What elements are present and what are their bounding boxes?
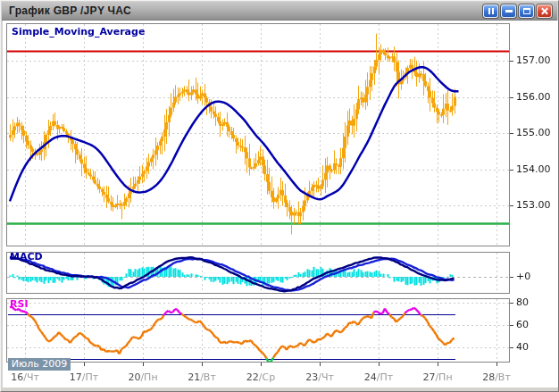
macd-zero-label: +0 [516, 271, 530, 282]
minimize-button[interactable] [501, 4, 516, 18]
rsi-axis-label: 40 [516, 341, 529, 353]
x-axis-day-label: 24/Пт [359, 371, 398, 383]
x-axis-day-label: 20/Пн [123, 371, 163, 383]
rsi-indicator-label: RSI [10, 298, 29, 310]
x-axis-day-label: 23/Чт [300, 371, 339, 383]
pause-button[interactable] [483, 4, 498, 18]
rsi-axis-label: 60 [516, 319, 529, 330]
price-axis-label: 155.00 [516, 127, 551, 138]
chart-window: График GBP /JPY ЧАС Simple_Moving_Averag… [0, 0, 559, 392]
month-label-box: Июль 2009 [8, 358, 71, 371]
sma-indicator-label: Simple_Moving_Average [12, 26, 145, 38]
price-axis-label: 153.00 [516, 199, 551, 211]
maximize-icon [523, 8, 530, 14]
rsi-axis-label: 80 [516, 296, 529, 308]
title-bar[interactable]: График GBP /JPY ЧАС [2, 2, 557, 21]
pause-icon [488, 8, 494, 14]
maximize-button[interactable] [519, 4, 534, 18]
x-axis-day-label: 27/Пн [418, 371, 457, 383]
window-title: График GBP /JPY ЧАС [9, 4, 483, 17]
price-axis-label: 156.00 [516, 91, 551, 103]
chart-canvas[interactable] [1, 1, 559, 392]
price-axis-label: 157.00 [516, 54, 551, 66]
window-buttons [483, 4, 554, 18]
x-axis-day-label: 16/Чт [5, 371, 45, 383]
x-axis-day-label: 17/Пт [64, 371, 104, 383]
close-button[interactable] [537, 4, 552, 18]
minimize-icon [505, 10, 513, 13]
x-axis-day-label: 22/Ср [241, 371, 280, 383]
price-axis-label: 154.00 [516, 163, 551, 175]
macd-indicator-label: MACD [10, 251, 43, 263]
x-axis-day-label: 28/Вт [477, 371, 516, 383]
close-icon [540, 7, 548, 15]
x-axis-day-label: 21/Вт [182, 371, 221, 383]
